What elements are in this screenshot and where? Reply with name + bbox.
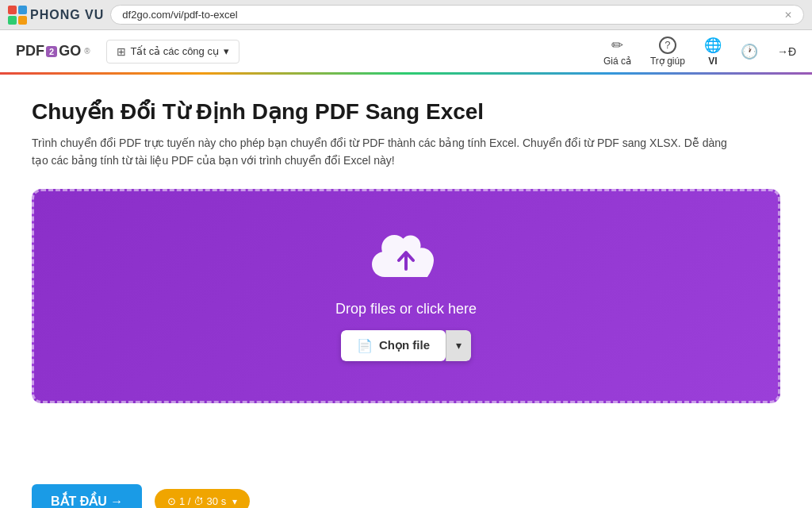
logo-pdf: PDF <box>16 43 44 60</box>
site-header: PDF 2 GO ® ⊞ Tất cả các công cụ ▾ ✏ Giá … <box>0 30 812 75</box>
logo-sq-red <box>8 6 17 14</box>
logo-sq-blue <box>18 6 27 14</box>
choose-file-wrapper: 📄 Chọn file ▾ <box>341 330 471 361</box>
info-badge-dropdown-icon: ▾ <box>232 496 237 507</box>
info-badge[interactable]: ⊙ 1 / ⏱ 30 s ▾ <box>155 489 250 508</box>
help-nav-item[interactable]: ? Trợ giúp <box>650 37 685 67</box>
choose-file-dropdown-button[interactable]: ▾ <box>446 330 471 361</box>
page-description: Trình chuyển đổi PDF trực tuyến này cho … <box>32 134 745 170</box>
site-logo: PDF 2 GO ® <box>16 43 90 60</box>
logo-go: GO <box>59 43 81 60</box>
page-title: Chuyển Đổi Từ Định Dạng PDF Sang Excel <box>32 98 780 125</box>
info-badge-text: ⊙ 1 / ⏱ 30 s <box>167 495 226 507</box>
logo-sq-green <box>8 16 17 25</box>
pricing-icon: ✏ <box>611 37 623 54</box>
choose-file-label: Chọn file <box>379 338 430 352</box>
cloud-upload-icon <box>370 231 442 288</box>
pricing-label: Giá cả <box>603 56 631 67</box>
brand-name: PHONG VU <box>30 8 104 22</box>
header-right: ✏ Giá cả ? Trợ giúp 🌐 VI 🕐 →Đ <box>603 37 796 67</box>
url-close-icon[interactable]: ✕ <box>784 10 792 21</box>
browser-bar: PHONG VU df2go.com/vi/pdf-to-excel ✕ <box>0 0 812 30</box>
history-icon: 🕐 <box>741 43 758 60</box>
logo-squares <box>8 6 27 25</box>
grid-icon: ⊞ <box>117 45 126 58</box>
bottom-bar: BẮT ĐẦU → ⊙ 1 / ⏱ 30 s ▾ <box>0 471 812 508</box>
history-nav-item[interactable]: 🕐 <box>741 43 758 60</box>
globe-icon: 🌐 <box>704 37 722 54</box>
logo-two: 2 <box>46 46 57 57</box>
drop-files-text: Drop files or click here <box>335 301 477 318</box>
start-button[interactable]: BẮT ĐẦU → <box>32 484 142 508</box>
pricing-nav-item[interactable]: ✏ Giá cả <box>603 37 631 67</box>
tools-menu-chevron-icon: ▾ <box>224 45 229 57</box>
url-text: df2go.com/vi/pdf-to-excel <box>122 9 784 21</box>
main-content: Chuyển Đổi Từ Định Dạng PDF Sang Excel T… <box>0 75 812 471</box>
help-icon: ? <box>659 37 676 54</box>
tools-menu-label: Tất cả các công cụ <box>131 45 219 57</box>
upload-dropzone[interactable]: Drop files or click here 📄 Chọn file ▾ <box>32 189 780 403</box>
file-icon: 📄 <box>357 338 373 353</box>
tools-menu-button[interactable]: ⊞ Tất cả các công cụ ▾ <box>106 40 239 64</box>
choose-file-button[interactable]: 📄 Chọn file <box>341 330 446 361</box>
logo-suffix: ® <box>84 47 90 56</box>
language-button[interactable]: 🌐 VI <box>704 37 722 67</box>
lang-label: VI <box>708 56 717 67</box>
url-bar[interactable]: df2go.com/vi/pdf-to-excel ✕ <box>110 5 804 25</box>
help-label: Trợ giúp <box>650 56 685 67</box>
browser-logo: PHONG VU <box>8 6 104 25</box>
login-button[interactable]: →Đ <box>777 45 796 58</box>
logo-sq-yellow <box>18 16 27 25</box>
